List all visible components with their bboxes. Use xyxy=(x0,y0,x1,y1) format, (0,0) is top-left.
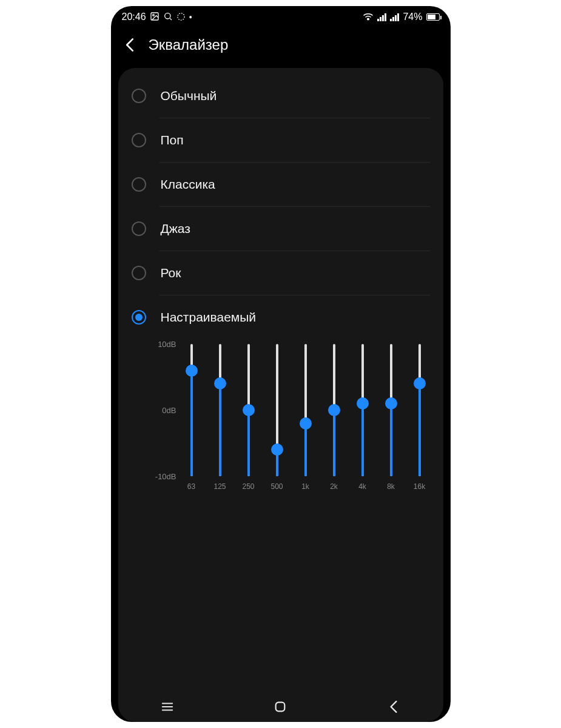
battery-icon xyxy=(426,13,440,21)
slider-track xyxy=(326,344,342,476)
nav-back-button[interactable] xyxy=(369,696,418,718)
slider-track xyxy=(241,344,257,476)
freq-label: 8k xyxy=(387,482,395,491)
eq-slider[interactable]: 16k xyxy=(412,344,428,496)
slider-thumb[interactable] xyxy=(357,397,369,410)
preset-option[interactable]: Обычный xyxy=(132,74,430,118)
slider-thumb[interactable] xyxy=(271,443,283,456)
eq-slider[interactable]: 250 xyxy=(241,344,257,496)
svg-point-5 xyxy=(368,18,369,20)
freq-label: 500 xyxy=(270,482,283,491)
freq-label: 250 xyxy=(242,482,254,491)
eq-sliders: 631252505001k2k4k8k16k xyxy=(180,344,431,496)
loading-icon xyxy=(176,12,186,22)
header: Эквалайзер xyxy=(111,28,451,68)
preset-label-col: Классика xyxy=(161,177,430,192)
nav-home-button[interactable] xyxy=(256,696,304,718)
preset-label-col: Рок xyxy=(161,265,430,280)
preset-label: Поп xyxy=(161,132,430,147)
slider-track xyxy=(355,344,371,476)
status-time: 20:46 xyxy=(122,12,146,22)
radio-icon xyxy=(132,266,146,280)
y-tick: -10dB xyxy=(155,472,176,481)
track-fill xyxy=(333,410,335,476)
y-tick: 10dB xyxy=(158,340,176,349)
preset-option[interactable]: Рок xyxy=(132,251,430,295)
slider-track xyxy=(298,344,314,476)
svg-point-2 xyxy=(164,13,170,19)
slider-thumb[interactable] xyxy=(300,417,312,430)
preset-option[interactable]: Поп xyxy=(132,118,430,162)
radio-icon xyxy=(132,89,146,103)
freq-label: 1k xyxy=(301,482,309,491)
radio-icon xyxy=(132,221,146,236)
eq-slider[interactable]: 2k xyxy=(326,344,342,496)
svg-point-4 xyxy=(177,13,184,19)
preset-option[interactable]: Джаз xyxy=(132,207,430,251)
battery-fill xyxy=(428,15,435,19)
svg-line-3 xyxy=(170,18,172,20)
back-button[interactable] xyxy=(122,37,138,53)
track-fill xyxy=(361,403,364,476)
track-fill xyxy=(247,410,250,476)
track-fill xyxy=(390,403,392,476)
slider-thumb[interactable] xyxy=(328,404,340,416)
status-left: 20:46 ● xyxy=(122,12,192,22)
svg-rect-9 xyxy=(276,703,285,712)
slider-track xyxy=(184,344,200,476)
settings-card: ОбычныйПопКлассикаДжазРокНастраиваемый 1… xyxy=(118,68,443,722)
preset-label-col: Поп xyxy=(161,132,430,147)
page-title: Эквалайзер xyxy=(149,36,229,53)
search-icon xyxy=(163,12,173,22)
nav-recents-button[interactable] xyxy=(143,696,192,718)
preset-label: Рок xyxy=(161,265,430,280)
slider-track xyxy=(412,344,428,476)
slider-thumb[interactable] xyxy=(186,365,198,377)
preset-list: ОбычныйПопКлассикаДжазРокНастраиваемый xyxy=(118,74,443,339)
track-fill xyxy=(304,423,307,476)
slider-thumb[interactable] xyxy=(414,377,426,389)
preset-label-col: Настраиваемый xyxy=(161,309,430,325)
preset-label: Классика xyxy=(161,177,430,192)
radio-icon xyxy=(132,310,146,325)
freq-label: 4k xyxy=(358,482,366,491)
track-fill xyxy=(219,383,221,476)
image-icon xyxy=(150,12,160,22)
preset-label: Настраиваемый xyxy=(161,309,430,325)
y-axis: 10dB0dB-10dB xyxy=(155,344,180,496)
slider-thumb[interactable] xyxy=(243,404,255,416)
eq-slider[interactable]: 500 xyxy=(269,344,285,496)
signal1-icon xyxy=(377,13,386,21)
eq-slider[interactable]: 4k xyxy=(355,344,371,496)
dot-icon: ● xyxy=(189,15,192,20)
slider-track xyxy=(212,344,228,476)
freq-label: 2k xyxy=(330,482,338,491)
signal2-icon xyxy=(390,13,399,21)
eq-slider[interactable]: 63 xyxy=(184,344,200,496)
eq-slider[interactable]: 8k xyxy=(383,344,399,496)
y-tick: 0dB xyxy=(162,406,176,415)
preset-option[interactable]: Настраиваемый xyxy=(132,295,430,339)
battery-percent: 74% xyxy=(403,12,422,22)
svg-point-1 xyxy=(152,15,154,16)
slider-thumb[interactable] xyxy=(214,377,226,389)
slider-thumb[interactable] xyxy=(385,397,397,410)
preset-label: Джаз xyxy=(161,221,430,236)
preset-label-col: Джаз xyxy=(161,221,430,236)
slider-track xyxy=(383,344,399,476)
slider-track xyxy=(269,344,285,476)
nav-bar xyxy=(111,692,451,722)
status-bar: 20:46 ● 74% xyxy=(111,6,451,28)
track-fill xyxy=(418,383,421,476)
radio-icon xyxy=(132,133,146,147)
preset-option[interactable]: Классика xyxy=(132,163,430,206)
freq-label: 63 xyxy=(187,482,195,491)
eq-slider[interactable]: 1k xyxy=(298,344,314,496)
status-right: 74% xyxy=(363,12,439,22)
eq-slider[interactable]: 125 xyxy=(212,344,228,496)
freq-label: 125 xyxy=(213,482,226,491)
preset-label: Обычный xyxy=(161,88,430,103)
track-fill xyxy=(190,371,193,476)
wifi-icon xyxy=(363,12,374,22)
equalizer-chart: 10dB0dB-10dB 631252505001k2k4k8k16k xyxy=(155,344,431,496)
